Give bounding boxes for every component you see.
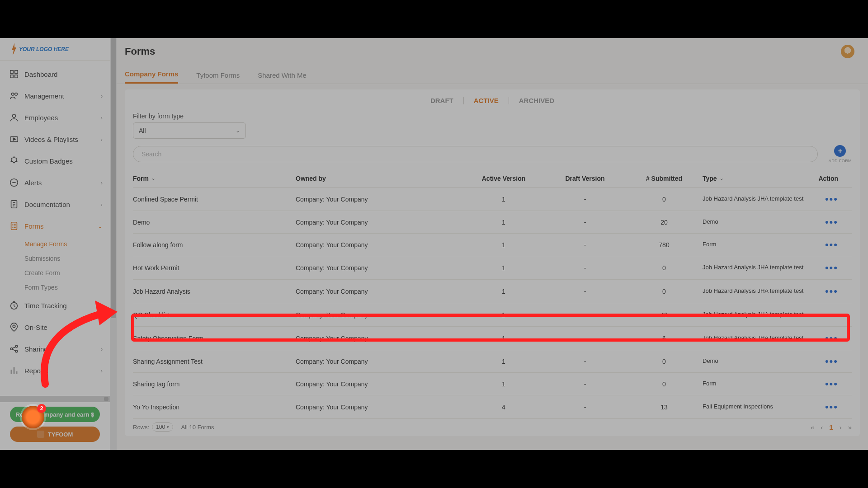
table-row[interactable]: DemoCompany: Your Company1-20Demo•••	[133, 211, 852, 234]
table-row[interactable]: Hot Work PermitCompany: Your Company1-0J…	[133, 256, 852, 280]
row-actions-button[interactable]: •••	[825, 333, 838, 344]
filter-label: Filter by form type	[133, 113, 852, 120]
cell-owned: Company: Your Company	[296, 380, 463, 388]
row-actions-button[interactable]: •••	[825, 216, 838, 228]
table-row[interactable]: Confined Space PermitCompany: Your Compa…	[133, 188, 852, 211]
pager-prev[interactable]: ‹	[821, 423, 823, 431]
cell-form: Job Hazard Analysis	[133, 288, 296, 295]
pager-next[interactable]: ›	[840, 423, 842, 431]
cell-active-version: 1	[463, 311, 544, 319]
tab-shared-with-me[interactable]: Shared With Me	[258, 71, 307, 84]
sidebar-scrollbar[interactable]	[110, 38, 117, 450]
cell-submitted: 20	[626, 219, 703, 226]
cell-type: Job Hazard Analysis JHA template test	[703, 195, 807, 202]
row-actions-button[interactable]: •••	[825, 401, 838, 413]
cell-owned: Company: Your Company	[296, 288, 463, 295]
tab-company-forms[interactable]: Company Forms	[125, 70, 178, 84]
table-row[interactable]: Safety Observation FormCompany: Your Com…	[133, 327, 852, 350]
forms-table: Form⌄ Owned by Active Version Draft Vers…	[133, 169, 852, 419]
sidebar-item-label: Videos & Playlists	[24, 136, 78, 143]
table-row[interactable]: Sharing tag formCompany: Your Company1-0…	[133, 373, 852, 395]
sidebar-item-alerts[interactable]: Alerts›	[0, 172, 110, 193]
table-row[interactable]: Follow along formCompany: Your Company1-…	[133, 234, 852, 256]
sidebar-item-videos-playlists[interactable]: Videos & Playlists›	[0, 128, 110, 150]
status-tab-archived[interactable]: ARCHIVED	[509, 97, 564, 104]
th-type[interactable]: Type⌄	[703, 175, 807, 182]
subnav-item-manage-forms[interactable]: Manage Forms	[24, 237, 110, 251]
cell-active-version: 1	[463, 196, 544, 203]
cell-active-version: 1	[463, 380, 544, 388]
pager-last[interactable]: »	[848, 423, 852, 431]
tyfoom-button[interactable]: TYFOOM	[10, 427, 100, 442]
sidebar-item-on-site[interactable]: On-Site	[0, 316, 110, 338]
cell-draft-version: -	[544, 264, 626, 272]
chevron-right-icon: ›	[101, 136, 103, 143]
scrollbar-thumb[interactable]	[111, 38, 116, 318]
recording-badge[interactable]: 2	[22, 406, 44, 428]
sidebar-item-management[interactable]: Management›	[0, 85, 110, 107]
logo-text: YOUR LOGO HERE	[19, 46, 69, 52]
status-tab-draft[interactable]: DRAFT	[420, 97, 464, 104]
rows-select[interactable]: 100 ▾	[152, 422, 173, 432]
sidebar-item-documentation[interactable]: Documentation›	[0, 193, 110, 215]
add-form-button[interactable]: + ADD FORM	[829, 145, 852, 163]
tyfoom-label: TYFOOM	[48, 431, 73, 438]
row-actions-button[interactable]: •••	[825, 193, 838, 205]
sidebar-item-label: On-Site	[24, 324, 47, 331]
row-actions-button[interactable]: •••	[825, 356, 838, 367]
status-tab-active[interactable]: ACTIVE	[464, 97, 509, 104]
cell-owned: Company: Your Company	[296, 241, 463, 249]
th-active-version[interactable]: Active Version	[463, 175, 544, 182]
chevron-right-icon: ›	[101, 367, 103, 374]
row-actions-button[interactable]: •••	[825, 262, 838, 274]
cell-active-version: 1	[463, 288, 544, 295]
tab-tyfoom-forms[interactable]: Tyfoom Forms	[196, 71, 240, 84]
svg-point-5	[15, 93, 18, 96]
sidebar-item-label: Employees	[24, 114, 58, 122]
row-actions-button[interactable]: •••	[825, 309, 838, 321]
sidebar-item-sharing[interactable]: Sharing›	[0, 338, 110, 360]
logo[interactable]: YOUR LOGO HERE	[0, 38, 110, 61]
avatar[interactable]	[841, 45, 854, 58]
cell-form: Sharing Assignment Test	[133, 358, 296, 365]
th-draft-version[interactable]: Draft Version	[544, 175, 626, 182]
subnav-item-create-form[interactable]: Create Form	[24, 266, 110, 280]
sidebar-item-dashboard[interactable]: Dashboard	[0, 63, 110, 85]
sidebar-item-reports[interactable]: Reports›	[0, 360, 110, 381]
chevron-right-icon: ›	[101, 93, 103, 99]
view-tabs: Company FormsTyfoom FormsShared With Me	[117, 65, 868, 84]
th-form[interactable]: Form⌄	[133, 175, 296, 182]
cell-action: •••	[807, 262, 838, 274]
cell-draft-version: -	[544, 335, 626, 342]
sidebar-item-custom-badges[interactable]: Custom Badges	[0, 150, 110, 172]
cell-draft-version: -	[544, 219, 626, 226]
cell-submitted: 0	[626, 380, 703, 388]
row-actions-button[interactable]: •••	[825, 378, 838, 390]
table-row[interactable]: Job Hazard AnalysisCompany: Your Company…	[133, 280, 852, 303]
tyfoom-logo-icon	[37, 431, 44, 438]
cell-form: Yo Yo Inspection	[133, 404, 296, 411]
svg-rect-0	[10, 70, 13, 73]
sidebar-item-employees[interactable]: Employees›	[0, 107, 110, 128]
subnav-item-submissions[interactable]: Submissions	[24, 251, 110, 266]
cell-owned: Company: Your Company	[296, 335, 463, 342]
th-owned[interactable]: Owned by	[296, 175, 463, 182]
cell-submitted: 0	[626, 264, 703, 272]
filter-select[interactable]: All ⌄	[133, 122, 246, 139]
table-row[interactable]: QC ChecklistCompany: Your Company1-40Job…	[133, 303, 852, 327]
table-row[interactable]: Sharing Assignment TestCompany: Your Com…	[133, 350, 852, 373]
table-row[interactable]: Yo Yo InspectionCompany: Your Company4-1…	[133, 395, 852, 419]
subnav-item-form-types[interactable]: Form Types	[24, 280, 110, 295]
sidebar-scroll-hint[interactable]	[0, 396, 110, 402]
cell-active-version: 1	[463, 358, 544, 365]
sidebar-item-forms[interactable]: Forms⌄	[0, 215, 110, 237]
row-actions-button[interactable]: •••	[825, 286, 838, 297]
sidebar-item-label: Forms	[24, 222, 44, 230]
th-submitted[interactable]: # Submitted	[626, 175, 703, 182]
pager-first[interactable]: «	[811, 423, 814, 431]
cell-type: Job Hazard Analysis JHA template test	[703, 264, 807, 271]
sidebar-item-time-tracking[interactable]: Time Tracking›	[0, 295, 110, 316]
search-input[interactable]: Search	[133, 146, 818, 162]
cell-action: •••	[807, 378, 838, 390]
row-actions-button[interactable]: •••	[825, 239, 838, 251]
